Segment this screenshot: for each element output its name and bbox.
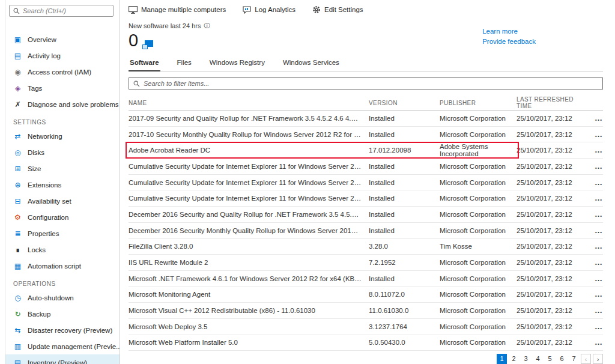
table-row[interactable]: Cumulative Security Update for Internet … <box>129 175 603 191</box>
sidebar-item-overview[interactable]: ▣Overview <box>5 31 120 47</box>
sidebar-item-access-control-iam[interactable]: ◉Access control (IAM) <box>5 64 120 80</box>
table-row[interactable]: 2017-09 Security and Quality Rollup for … <box>129 111 603 127</box>
new-software-count: 0 <box>129 31 138 49</box>
cell-version: Installed <box>369 163 440 170</box>
table-row[interactable]: IIS URL Rewrite Module 27.2.1952Microsof… <box>129 255 603 271</box>
sidebar-item-backup[interactable]: ↻Backup <box>5 306 120 322</box>
sidebar-item-tags[interactable]: ◈Tags <box>5 80 120 96</box>
row-menu-button[interactable]: … <box>587 276 603 282</box>
table-row[interactable]: FileZilla Client 3.28.03.28.0Tim Kosse25… <box>129 239 603 255</box>
cell-name: Microsoft Monitoring Agent <box>129 291 369 298</box>
table-row[interactable]: Cumulative Security Update for Internet … <box>129 159 603 175</box>
cell-version: Installed <box>369 115 440 122</box>
sidebar-item-properties[interactable]: ≣Properties <box>5 225 120 241</box>
cell-last-refreshed-time: 25/10/2017, 23:12 <box>517 323 587 330</box>
sidebar-item-disaster-recovery[interactable]: ⇆Disaster recovery (Preview) <box>5 322 120 338</box>
sidebar-search[interactable] <box>9 5 114 17</box>
search-icon <box>13 8 20 14</box>
summary-label: New software last 24 hrs <box>129 22 201 29</box>
command-manage-multiple-computers[interactable]: Manage multiple computers <box>129 6 226 14</box>
sidebar-item-extensions[interactable]: ⊕Extensions <box>5 177 120 193</box>
sidebar-item-label: Properties <box>28 230 59 237</box>
pagination-next[interactable]: › <box>593 354 603 364</box>
table-row[interactable]: December 2016 Security Monthly Quality R… <box>129 223 603 239</box>
sidebar-item-diagnose-and-solve-problems[interactable]: ✗Diagnose and solve problems <box>5 96 120 112</box>
sidebar-item-update-management[interactable]: ▥Update management (Previe... <box>5 338 120 354</box>
row-menu-button[interactable]: … <box>587 308 603 314</box>
sidebar-item-configuration[interactable]: ⚙Configuration <box>5 209 120 225</box>
disks-icon: ◎ <box>13 149 22 156</box>
table-row[interactable]: Cumulative Security Update for Internet … <box>129 190 603 207</box>
row-menu-button[interactable]: … <box>587 180 603 186</box>
cell-name: Microsoft Web Deploy 3.5 <box>129 323 369 330</box>
auto-shutdown-icon: ◷ <box>13 294 22 302</box>
filter-box[interactable] <box>129 77 603 89</box>
page-3[interactable]: 3 <box>521 354 531 364</box>
pagination-prev[interactable]: ‹ <box>581 354 591 364</box>
page-5[interactable]: 5 <box>545 354 555 364</box>
tab-software[interactable]: Software <box>129 59 160 71</box>
row-menu-button[interactable]: … <box>587 291 603 297</box>
page-1[interactable]: 1 <box>497 354 507 364</box>
cell-version: Installed <box>369 211 440 218</box>
link-provide-feedback[interactable]: Provide feedback <box>482 38 536 45</box>
sidebar-item-label: Configuration <box>28 214 68 221</box>
row-menu-button[interactable]: … <box>587 147 603 153</box>
page-7[interactable]: 7 <box>569 354 579 364</box>
table-row[interactable]: Microsoft Web Deploy 3.53.1237.1764Micro… <box>129 319 603 335</box>
page-2[interactable]: 2 <box>509 354 519 364</box>
tab-windows-services[interactable]: Windows Services <box>282 59 341 71</box>
table-row[interactable]: Microsoft Monitoring Agent8.0.11072.0Mic… <box>129 287 603 303</box>
inventory-icon: ▤ <box>13 359 22 364</box>
table-row[interactable]: 2017-10 Security Monthly Quality Rollup … <box>129 127 603 143</box>
row-menu-button[interactable]: … <box>587 132 603 138</box>
table-row[interactable]: Adobe Acrobat Reader DC17.012.20098Adobe… <box>129 142 603 159</box>
page-4[interactable]: 4 <box>533 354 543 364</box>
sidebar-item-locks[interactable]: ∎Locks <box>5 241 120 258</box>
table-row[interactable]: Microsoft Visual C++ 2012 Redistributabl… <box>129 303 603 319</box>
cell-last-refreshed-time: 25/10/2017, 23:12 <box>517 131 587 138</box>
column-header-publisher: PUBLISHER <box>440 100 517 106</box>
sidebar-item-size[interactable]: ⊞Size <box>5 160 120 177</box>
row-menu-button[interactable]: … <box>587 163 603 169</box>
main-content: Manage multiple computersLog AnalyticsEd… <box>120 0 615 364</box>
sidebar-item-automation-script[interactable]: ▦Automation script <box>5 258 120 274</box>
row-menu-button[interactable]: … <box>587 211 603 217</box>
configuration-icon: ⚙ <box>13 214 22 221</box>
tab-files[interactable]: Files <box>176 59 193 71</box>
sidebar-item-auto-shutdown[interactable]: ◷Auto-shutdown <box>5 290 120 306</box>
command-log-analytics[interactable]: Log Analytics <box>243 6 295 14</box>
new-software-icon <box>142 40 153 49</box>
row-menu-button[interactable]: … <box>587 259 603 265</box>
sidebar-item-inventory[interactable]: ▤Inventory (Preview) <box>5 354 120 364</box>
cell-version: 3.28.0 <box>369 243 440 250</box>
command-edit-settings[interactable]: Edit Settings <box>312 5 363 14</box>
sidebar-item-label: Overview <box>28 36 56 43</box>
sidebar-item-networking[interactable]: ⇄Networking <box>5 128 120 144</box>
cell-version: 8.0.11072.0 <box>369 291 440 298</box>
tab-windows-registry[interactable]: Windows Registry <box>208 59 266 71</box>
row-menu-button[interactable]: … <box>587 115 603 121</box>
row-menu-button[interactable]: … <box>587 243 603 249</box>
row-menu-button[interactable]: … <box>587 228 603 234</box>
cell-publisher: Microsoft Corporation <box>440 227 517 234</box>
filter-input[interactable] <box>144 80 598 87</box>
cell-publisher: Microsoft Corporation <box>440 195 517 202</box>
cell-last-refreshed-time: 25/10/2017, 23:12 <box>517 243 587 250</box>
sidebar-search-input[interactable] <box>23 7 109 14</box>
sidebar-item-availability-set[interactable]: ⊟Availability set <box>5 193 120 209</box>
sidebar-item-disks[interactable]: ◎Disks <box>5 144 120 160</box>
row-menu-button[interactable]: … <box>587 324 603 330</box>
row-menu-button[interactable]: … <box>587 339 603 345</box>
cell-last-refreshed-time: 25/10/2017, 23:12 <box>517 291 587 298</box>
table-row[interactable]: Microsoft .NET Framework 4.6.1 for Windo… <box>129 271 603 287</box>
column-header-name: NAME <box>129 100 369 106</box>
row-menu-button[interactable]: … <box>587 195 603 201</box>
link-learn-more[interactable]: Learn more <box>482 28 536 35</box>
table-row[interactable]: Microsoft Web Platform Installer 5.05.0.… <box>129 335 603 351</box>
page-6[interactable]: 6 <box>557 354 567 364</box>
sidebar-item-activity-log[interactable]: ▤Activity log <box>5 47 120 64</box>
info-icon[interactable]: ⓘ <box>204 22 210 30</box>
access-control-iam-icon: ◉ <box>13 68 22 76</box>
table-row[interactable]: December 2016 Security and Quality Rollu… <box>129 207 603 223</box>
